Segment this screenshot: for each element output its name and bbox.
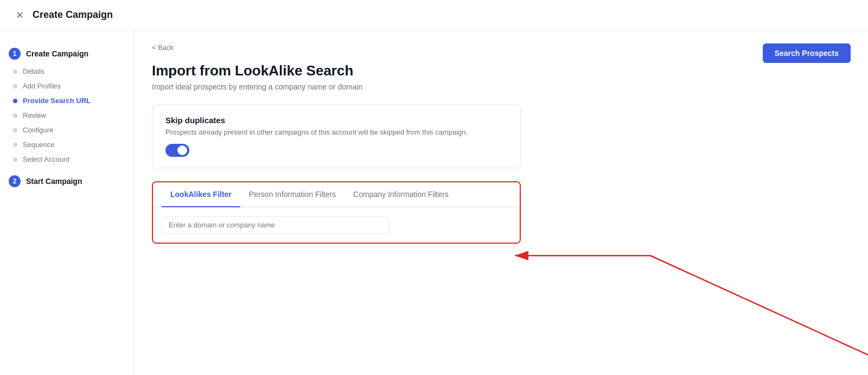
skip-duplicates-card: Skip duplicates Prospects already presen… (152, 104, 521, 168)
sidebar-step-1: 1 Create Campaign Details Add Profiles P… (0, 43, 134, 167)
sidebar-item-sequence-label: Sequence (23, 141, 55, 149)
tab-lookalikes-label: LookAlikes Filter (170, 190, 232, 199)
dot-review (13, 113, 17, 118)
main-layout: 1 Create Campaign Details Add Profiles P… (0, 30, 868, 375)
dot-configure (13, 128, 17, 132)
dot-details (13, 69, 17, 74)
sidebar-item-configure-label: Configure (23, 126, 53, 134)
page-header: Import from LookAlike Search Import idea… (152, 62, 851, 91)
search-prospects-button[interactable]: Search Prospects (763, 43, 851, 63)
sidebar-item-details-label: Details (23, 67, 44, 75)
top-bar-title: Create Campaign (33, 9, 113, 21)
filter-card: LookAlikes Filter Person Information Fil… (152, 181, 521, 244)
filter-content (153, 207, 520, 243)
step-1-header: 1 Create Campaign (0, 43, 134, 64)
sidebar: 1 Create Campaign Details Add Profiles P… (0, 30, 135, 375)
step-1-label: Create Campaign (26, 49, 88, 58)
content-area: Search Prospects < Back Import from Look… (135, 30, 868, 375)
step-2-header: 2 Start Campaign (0, 171, 134, 192)
tab-person-info[interactable]: Person Information Filters (240, 182, 344, 207)
sidebar-item-add-profiles-label: Add Profiles (23, 82, 61, 90)
sidebar-item-provide-search-url[interactable]: Provide Search URL (9, 93, 134, 108)
sidebar-item-review[interactable]: Review (9, 108, 134, 123)
back-link-text: < Back (152, 43, 174, 52)
tab-company-info[interactable]: Company Information Filters (344, 182, 457, 207)
page-title: Import from LookAlike Search (152, 62, 851, 79)
sidebar-step-2: 2 Start Campaign (0, 171, 134, 192)
sidebar-item-sequence[interactable]: Sequence (9, 137, 134, 152)
page-subtitle: Import ideal prospects by entering a com… (152, 82, 851, 91)
sidebar-item-select-account[interactable]: Select Account (9, 152, 134, 167)
dot-sequence (13, 143, 17, 147)
skip-duplicates-desc: Prospects already present in other campa… (165, 128, 507, 136)
skip-duplicates-toggle[interactable] (165, 144, 189, 157)
sidebar-item-provide-search-url-label: Provide Search URL (23, 97, 91, 105)
dot-add-profiles (13, 84, 17, 88)
sidebar-item-details[interactable]: Details (9, 64, 134, 79)
sidebar-item-review-label: Review (23, 111, 46, 119)
sidebar-item-add-profiles[interactable]: Add Profiles (9, 79, 134, 93)
tab-person-info-label: Person Information Filters (249, 190, 336, 199)
step-2-label: Start Campaign (26, 177, 82, 186)
close-icon[interactable]: ✕ (13, 9, 26, 22)
domain-input[interactable] (162, 216, 390, 234)
step-1-number: 1 (9, 48, 21, 60)
sidebar-items-step1: Details Add Profiles Provide Search URL … (0, 64, 134, 167)
sidebar-item-configure[interactable]: Configure (9, 123, 134, 137)
tab-lookalikes[interactable]: LookAlikes Filter (162, 182, 240, 207)
skip-duplicates-title: Skip duplicates (165, 116, 507, 125)
sidebar-item-select-account-label: Select Account (23, 155, 69, 163)
filter-tabs: LookAlikes Filter Person Information Fil… (153, 182, 520, 207)
toggle-track (165, 144, 189, 157)
back-link[interactable]: < Back (152, 43, 851, 52)
svg-line-2 (650, 256, 868, 366)
tab-company-info-label: Company Information Filters (353, 190, 449, 199)
dot-select-account (13, 157, 17, 162)
top-bar: ✕ Create Campaign (0, 0, 868, 30)
dot-provide-search-url (13, 99, 17, 103)
toggle-thumb (177, 145, 187, 155)
step-2-number: 2 (9, 175, 21, 187)
